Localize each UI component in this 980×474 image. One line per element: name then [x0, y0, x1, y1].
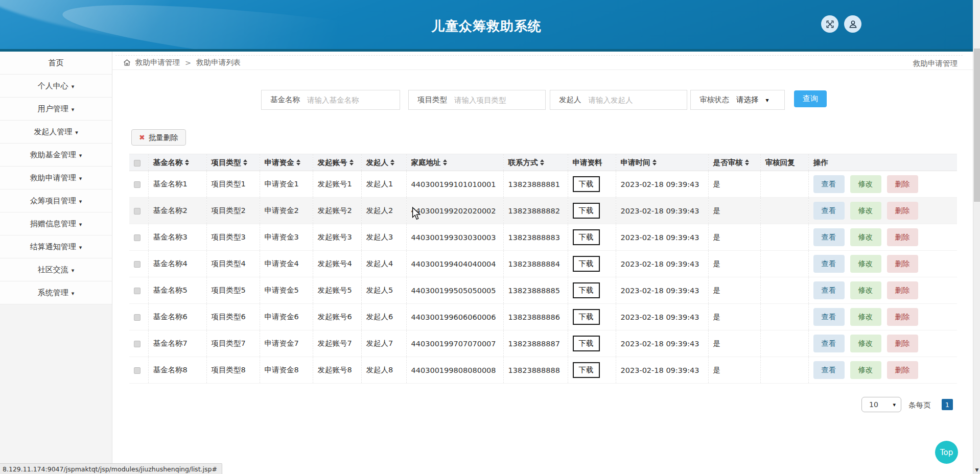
view-button[interactable]: 查看	[813, 175, 845, 193]
material-cell: 下载	[568, 330, 616, 357]
delete-button[interactable]: 删除	[887, 202, 918, 220]
column-header-label[interactable]: 申请时间	[621, 158, 657, 168]
download-button[interactable]: 下载	[573, 282, 600, 298]
column-header-label[interactable]: 项目类型	[212, 158, 247, 168]
column-header-label[interactable]: 发起账号	[318, 158, 354, 168]
sidebar-item-home[interactable]: 首页	[0, 52, 112, 75]
breadcrumb-section[interactable]: 救助申请管理	[135, 58, 180, 67]
table-row: 基金名称3项目类型3申请资金3发起账号3发起人34403001993030300…	[129, 224, 957, 251]
scroll-down-arrow[interactable]: ▼	[973, 467, 980, 472]
delete-button[interactable]: 删除	[887, 308, 918, 326]
row-checkbox[interactable]	[134, 341, 141, 347]
sidebar-item-label: 救助申请管理	[30, 173, 76, 183]
delete-button[interactable]: 删除	[887, 255, 918, 273]
edit-button[interactable]: 修改	[850, 361, 881, 379]
column-header-label[interactable]: 联系方式	[508, 158, 544, 168]
search-button[interactable]: 查询	[794, 90, 827, 107]
edit-button[interactable]: 修改	[850, 308, 881, 326]
delete-button[interactable]: 删除	[887, 361, 918, 379]
back-to-top-button[interactable]: Top	[935, 441, 958, 464]
amount-cell: 申请资金1	[260, 171, 313, 198]
download-button[interactable]: 下载	[573, 256, 600, 272]
material-cell: 下载	[568, 224, 616, 251]
row-checkbox[interactable]	[134, 208, 141, 215]
sort-icon[interactable]	[349, 159, 354, 165]
edit-button[interactable]: 修改	[850, 175, 881, 193]
row-checkbox[interactable]	[134, 314, 141, 321]
project-type-input[interactable]	[454, 96, 545, 104]
download-button[interactable]: 下载	[573, 176, 600, 192]
sort-icon[interactable]	[443, 159, 447, 165]
download-button[interactable]: 下载	[573, 203, 600, 219]
fullscreen-button[interactable]	[821, 15, 838, 33]
edit-button[interactable]: 修改	[850, 202, 881, 220]
view-button[interactable]: 查看	[813, 255, 845, 273]
delete-button[interactable]: 删除	[887, 281, 918, 299]
home-icon[interactable]	[123, 58, 131, 67]
row-checkbox[interactable]	[134, 181, 141, 188]
audit-status-select[interactable]: 请选择 ▾	[736, 95, 769, 105]
row-checkbox[interactable]	[134, 261, 141, 268]
delete-button[interactable]: 删除	[887, 335, 918, 352]
column-header-label[interactable]: 家庭地址	[411, 158, 447, 168]
chevron-down-icon: ▾	[72, 106, 75, 113]
sort-icon[interactable]	[185, 159, 189, 165]
row-checkbox[interactable]	[134, 234, 141, 241]
edit-button[interactable]: 修改	[850, 281, 881, 299]
edit-button[interactable]: 修改	[850, 228, 881, 246]
scrollbar-thumb[interactable]	[974, 49, 980, 202]
sidebar-item-1[interactable]: 个人中心▾	[0, 75, 112, 98]
edit-button[interactable]: 修改	[850, 335, 881, 352]
sidebar: 首页个人中心▾用户管理▾发起人管理▾救助基金管理▾救助申请管理▾众筹项目管理▾捐…	[0, 52, 112, 304]
user-button[interactable]	[844, 15, 861, 33]
edit-button[interactable]: 修改	[850, 255, 881, 273]
applications-table: 基金名称项目类型申请资金发起账号发起人家庭地址联系方式申请资料申请时间是否审核审…	[129, 154, 957, 384]
column-header-label[interactable]: 是否审核	[713, 158, 749, 168]
delete-button[interactable]: 删除	[887, 175, 918, 193]
sidebar-item-8[interactable]: 结算通知管理▾	[0, 235, 112, 258]
column-header-label[interactable]: 发起人	[366, 158, 395, 168]
sidebar-item-6[interactable]: 众筹项目管理▾	[0, 189, 112, 212]
view-button[interactable]: 查看	[813, 335, 845, 352]
download-button[interactable]: 下载	[573, 309, 600, 325]
sort-icon[interactable]	[243, 159, 247, 165]
batch-delete-button[interactable]: ✖ 批量删除	[131, 129, 186, 146]
select-all-checkbox[interactable]	[134, 160, 141, 167]
column-header-label[interactable]: 基金名称	[153, 158, 189, 168]
sort-icon[interactable]	[652, 159, 657, 165]
sort-icon[interactable]	[540, 159, 544, 165]
page-number-1[interactable]: 1	[942, 399, 953, 410]
sidebar-item-7[interactable]: 捐赠信息管理▾	[0, 212, 112, 235]
sidebar-item-4[interactable]: 救助基金管理▾	[0, 144, 112, 167]
page-size-select[interactable]: 10 ▾	[861, 397, 901, 412]
delete-button[interactable]: 删除	[887, 228, 918, 246]
sidebar-item-9[interactable]: 社区交流▾	[0, 258, 112, 281]
sidebar-item-2[interactable]: 用户管理▾	[0, 98, 112, 121]
view-button[interactable]: 查看	[813, 308, 845, 326]
fund-name-input[interactable]	[307, 96, 400, 104]
breadcrumb-page[interactable]: 救助申请列表	[196, 58, 241, 67]
sidebar-item-3[interactable]: 发起人管理▾	[0, 121, 112, 144]
initiator-input[interactable]	[589, 96, 687, 104]
audited-cell: 是	[708, 330, 760, 357]
fund-name-cell: 基金名称3	[148, 224, 206, 251]
row-checkbox[interactable]	[134, 288, 141, 294]
apply-time-cell: 2023-02-18 09:39:43	[616, 330, 708, 357]
view-button[interactable]: 查看	[813, 228, 845, 246]
view-button[interactable]: 查看	[813, 202, 845, 220]
column-header-label[interactable]: 申请资金	[265, 158, 300, 168]
sort-icon[interactable]	[296, 159, 300, 165]
view-button[interactable]: 查看	[813, 281, 845, 299]
sort-icon[interactable]	[390, 159, 394, 165]
download-button[interactable]: 下载	[573, 336, 600, 351]
sidebar-item-5[interactable]: 救助申请管理▾	[0, 167, 112, 189]
scrollbar[interactable]: ▼	[973, 0, 980, 474]
view-button[interactable]: 查看	[813, 361, 845, 379]
row-checkbox[interactable]	[134, 367, 141, 374]
download-button[interactable]: 下载	[573, 362, 600, 378]
download-button[interactable]: 下载	[573, 229, 600, 245]
sort-icon[interactable]	[745, 159, 749, 165]
filter-project-type: 项目类型	[408, 90, 546, 110]
page-size-value: 10	[869, 400, 878, 409]
sidebar-item-10[interactable]: 系统管理▾	[0, 281, 112, 304]
